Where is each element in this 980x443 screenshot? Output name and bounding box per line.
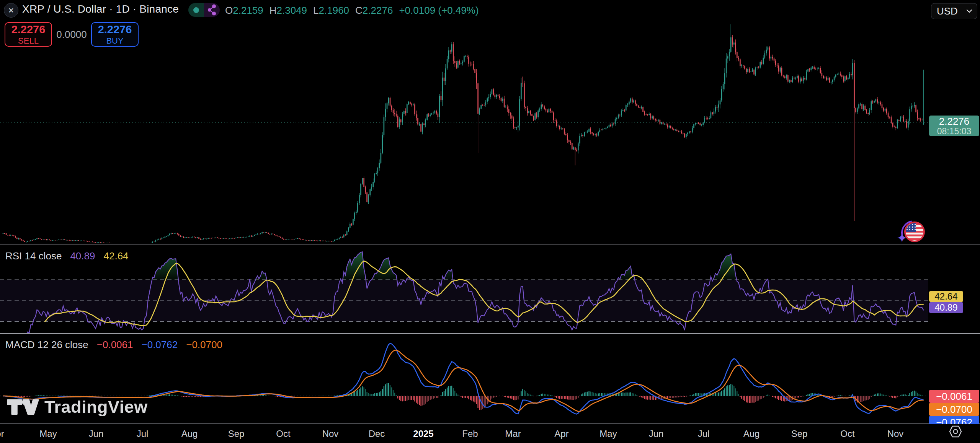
high-label: H (270, 5, 277, 16)
share-icon (207, 4, 217, 16)
currency-selected: USD (937, 5, 958, 17)
time-axis-label: Apr (0, 428, 4, 439)
time-axis-label: Nov (887, 428, 904, 439)
change-value: +0.0109 (+0.49%) (399, 5, 479, 16)
time-axis-label: Aug (181, 428, 198, 439)
time-axis-label: Sep (791, 428, 808, 439)
rsi-pane-legend[interactable]: RSI 14 close 40.89 42.64 (5, 250, 129, 262)
time-axis-label: Sep (228, 428, 245, 439)
sell-label: SELL (18, 36, 39, 45)
time-axis-label: Mar (505, 428, 521, 439)
tradingview-chart-screen: 2.2276 08:15:03 42.64 40.89 −0.0061 −0.0… (0, 0, 980, 443)
last-price-badge: 2.2276 08:15:03 (929, 116, 979, 136)
low-value: 2.1960 (319, 5, 350, 16)
time-axis-label: Dec (369, 428, 385, 439)
time-axis-label: Nov (322, 428, 339, 439)
symbol-status-pill (188, 3, 220, 17)
time-axis-label: Feb (462, 428, 478, 439)
market-status-button[interactable] (188, 3, 204, 17)
time-axis-label: 2025 (413, 428, 433, 439)
time-axis-label: Oct (840, 428, 854, 439)
ohlc-readout: O2.2159 H2.3049 L2.1960 C2.2276 +0.0109 … (225, 5, 479, 16)
macd-title: MACD 12 26 close (5, 339, 88, 351)
time-axis-label: May (599, 428, 617, 439)
time-axis-label: Jun (89, 428, 104, 439)
time-axis-label: Jul (137, 428, 149, 439)
rsi-ma-value: 42.64 (103, 250, 128, 262)
bar-countdown: 08:15:03 (937, 127, 972, 136)
rsi-value-badge: 40.89 (929, 302, 963, 313)
high-value: 2.3049 (277, 5, 307, 16)
main-price-pane[interactable] (0, 24, 928, 247)
time-axis[interactable]: AprMayJunJulAugSepOctNovDec2025FebMarApr… (0, 424, 980, 443)
settings-button[interactable] (948, 424, 963, 439)
share-button[interactable] (204, 3, 220, 17)
chart-canvas[interactable] (0, 0, 980, 424)
market-open-dot-icon (193, 7, 199, 13)
open-value: 2.2159 (233, 5, 263, 16)
symbol-title[interactable]: XRP / U.S. Dollar · 1D · Binance (22, 3, 179, 15)
buy-button[interactable]: 2.2276 BUY (91, 22, 139, 47)
buy-price: 2.2276 (98, 24, 132, 35)
macd-signal-value: −0.0700 (186, 339, 222, 351)
time-axis-label: Jul (698, 428, 710, 439)
sell-price: 2.2276 (11, 24, 46, 35)
macd-pane-legend[interactable]: MACD 12 26 close −0.0061 −0.0762 −0.0700 (5, 339, 222, 351)
macd-hist-value: −0.0061 (97, 339, 133, 351)
tradingview-mark-icon (7, 399, 39, 415)
time-axis-label: Oct (276, 428, 290, 439)
tradingview-logo-text: TradingView (44, 397, 148, 417)
open-label: O (225, 5, 233, 16)
macd-line-value: −0.0762 (141, 339, 178, 351)
close-value: 2.2276 (363, 5, 393, 16)
time-axis-label: Jun (649, 428, 664, 439)
close-button[interactable]: ✕ (4, 3, 18, 18)
buy-label: BUY (106, 36, 123, 45)
rsi-value: 40.89 (70, 250, 95, 262)
macd-hist-badge: −0.0061 (929, 390, 979, 403)
chevron-down-icon (966, 9, 972, 13)
rsi-pane[interactable] (0, 252, 928, 340)
us-flag-icon (904, 222, 925, 242)
sell-button[interactable]: 2.2276 SELL (5, 22, 52, 47)
time-axis-label: Apr (554, 428, 568, 439)
time-axis-label: Aug (743, 428, 760, 439)
rsi-title: RSI 14 close (5, 250, 62, 262)
close-label: C (355, 5, 363, 16)
rsi-ma-badge: 42.64 (929, 291, 963, 302)
gear-icon (949, 425, 962, 438)
currency-selector[interactable]: USD (931, 3, 977, 19)
macd-line-badge: −0.0762 (929, 416, 979, 424)
economic-event-marker[interactable]: ✦ (898, 220, 929, 245)
low-label: L (313, 5, 318, 16)
spread-value: 0.0000 (52, 22, 91, 47)
macd-signal-badge: −0.0700 (929, 403, 979, 416)
time-axis-label: May (39, 428, 57, 439)
tradingview-logo[interactable]: TradingView (7, 397, 148, 417)
chart-panes[interactable]: 2.2276 08:15:03 42.64 40.89 −0.0061 −0.0… (0, 0, 980, 424)
last-price-value: 2.2276 (939, 116, 970, 127)
close-icon: ✕ (8, 6, 14, 15)
